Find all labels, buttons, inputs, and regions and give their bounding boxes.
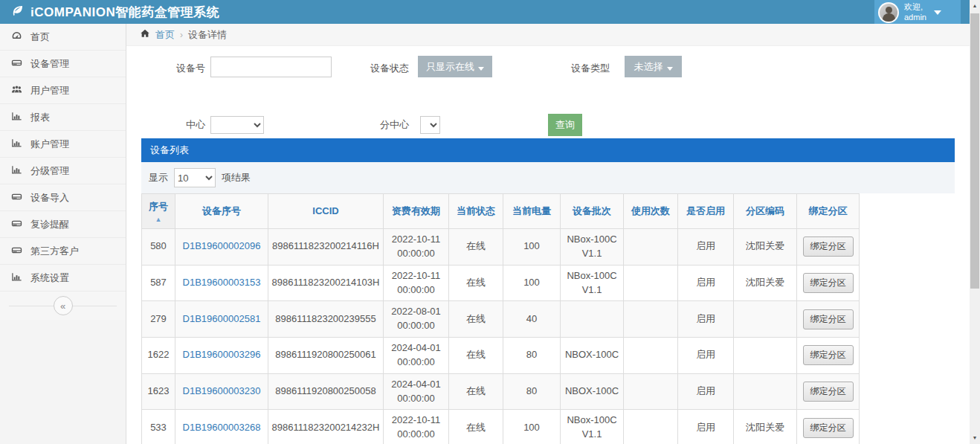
cell-batch: NBox-100C V1.1 xyxy=(561,410,624,444)
scroll-down-arrow-icon[interactable]: ▼ xyxy=(970,432,980,444)
breadcrumb-home-link[interactable]: 首页 xyxy=(155,28,175,42)
cell-enabled: 启用 xyxy=(678,229,734,266)
column-header-8[interactable]: 是否启用 xyxy=(678,194,734,229)
sidebar-item-7[interactable]: 复诊提醒 xyxy=(0,211,126,238)
gauge-icon xyxy=(11,30,22,44)
bind-zone-button[interactable]: 绑定分区 xyxy=(803,273,854,293)
device-no-input[interactable] xyxy=(210,57,332,77)
table-row: 1623D1B196000032308986111920800250058202… xyxy=(142,373,860,410)
bind-zone-button[interactable]: 绑定分区 xyxy=(803,345,854,365)
sidebar-item-9[interactable]: 系统设置 xyxy=(0,265,126,292)
chevron-down-icon xyxy=(934,10,941,15)
device-serial-link[interactable]: D1B19600003268 xyxy=(183,422,261,433)
cell-battery: 40 xyxy=(503,301,561,338)
cell-action: 绑定分区 xyxy=(797,373,860,410)
device-serial-link[interactable]: D1B19600003230 xyxy=(183,385,261,396)
sidebar-item-label: 账户管理 xyxy=(30,138,69,151)
center-select[interactable] xyxy=(210,116,264,134)
sidebar-item-4[interactable]: 账户管理 xyxy=(0,131,126,158)
sidebar-item-6[interactable]: 设备导入 xyxy=(0,184,126,211)
column-header-0[interactable]: 序号▲ xyxy=(142,194,175,229)
panel-title: 设备列表 xyxy=(141,138,955,162)
column-header-7[interactable]: 使用次数 xyxy=(624,194,678,229)
sidebar-collapse-button[interactable]: « xyxy=(54,296,73,315)
app-header: iCOMPANION智能药盒管理系统 欢迎, admin xyxy=(0,0,970,24)
device-list-panel: 设备列表 显示 10 项结果 序号▲设备序号ICCID资费有效期当前状态当前电量… xyxy=(141,138,955,444)
cell-valid-until: 2022-10-11 00:00:00 xyxy=(384,410,449,444)
cell-battery: 100 xyxy=(503,229,561,266)
scrollbar-thumb[interactable] xyxy=(970,13,979,289)
cell-iccid: 8986111823200214232H xyxy=(268,410,384,444)
cell-action: 绑定分区 xyxy=(797,229,860,266)
bind-zone-button[interactable]: 绑定分区 xyxy=(803,382,854,402)
bind-zone-button[interactable]: 绑定分区 xyxy=(803,237,854,257)
filter-form: 设备号 设备状态 只显示在线 设备类型 未选择 中心 分中心 查询 xyxy=(126,46,970,138)
cell-status: 在线 xyxy=(449,338,503,374)
page-size-select[interactable]: 10 xyxy=(174,168,216,187)
hdd-icon xyxy=(11,191,22,205)
app-title: iCOMPANION智能药盒管理系统 xyxy=(30,4,219,21)
hdd-icon xyxy=(11,245,22,258)
cell-zone-code: 沈阳关爱 xyxy=(734,265,797,301)
device-serial-link[interactable]: D1B19600003296 xyxy=(183,349,261,360)
bind-zone-button[interactable]: 绑定分区 xyxy=(803,418,854,438)
cell-enabled: 启用 xyxy=(678,410,734,444)
chevron-down-icon xyxy=(478,67,484,71)
cell-seq: 1623 xyxy=(142,373,175,410)
column-header-2[interactable]: ICCID xyxy=(268,194,384,229)
cell-seq: 1622 xyxy=(142,338,175,374)
cell-status: 在线 xyxy=(449,265,503,301)
sidebar-item-0[interactable]: 首页 xyxy=(0,24,126,51)
cell-battery: 80 xyxy=(503,338,561,374)
cell-seq: 580 xyxy=(142,229,175,266)
sidebar: 首页设备管理用户管理报表账户管理分级管理设备导入复诊提醒第三方客户系统设置 « xyxy=(0,24,126,444)
cell-valid-until: 2022-08-01 00:00:00 xyxy=(384,301,449,338)
cell-use-count xyxy=(624,373,678,410)
show-label: 显示 xyxy=(149,171,168,184)
sidebar-item-label: 首页 xyxy=(30,30,50,44)
home-icon xyxy=(140,28,150,41)
sidebar-item-5[interactable]: 分级管理 xyxy=(0,158,126,184)
bar-chart-icon xyxy=(11,138,22,151)
cell-status: 在线 xyxy=(449,410,503,444)
user-menu[interactable]: 欢迎, admin xyxy=(874,0,961,25)
column-header-1[interactable]: 设备序号 xyxy=(175,194,268,229)
scroll-up-arrow-icon[interactable]: ▲ xyxy=(970,0,980,12)
sidebar-item-2[interactable]: 用户管理 xyxy=(0,77,126,104)
column-header-5[interactable]: 当前电量 xyxy=(503,194,561,229)
column-header-4[interactable]: 当前状态 xyxy=(449,194,503,229)
column-header-6[interactable]: 设备批次 xyxy=(561,194,624,229)
device-serial-link[interactable]: D1B19600002096 xyxy=(183,240,261,251)
cell-battery: 100 xyxy=(503,265,561,301)
sidebar-item-8[interactable]: 第三方客户 xyxy=(0,238,126,265)
sort-asc-icon: ▲ xyxy=(145,216,172,222)
column-header-3[interactable]: 资费有效期 xyxy=(384,194,449,229)
cell-battery: 100 xyxy=(503,410,561,444)
sidebar-item-3[interactable]: 报表 xyxy=(0,104,126,131)
search-button[interactable]: 查询 xyxy=(548,114,582,136)
subcenter-select[interactable] xyxy=(420,116,440,134)
sidebar-item-1[interactable]: 设备管理 xyxy=(0,51,126,77)
column-header-10[interactable]: 绑定分区 xyxy=(797,194,860,229)
cell-zone-code xyxy=(734,338,797,374)
cell-zone-code xyxy=(734,373,797,410)
column-header-9[interactable]: 分区编码 xyxy=(734,194,797,229)
cell-valid-until: 2024-04-01 00:00:00 xyxy=(384,338,449,374)
device-status-dropdown[interactable]: 只显示在线 xyxy=(418,56,492,77)
sidebar-item-label: 用户管理 xyxy=(30,84,69,97)
bar-chart-icon xyxy=(11,271,22,285)
device-serial-link[interactable]: D1B19600002581 xyxy=(183,313,261,324)
cell-serial: D1B19600003230 xyxy=(175,373,268,410)
cell-seq: 587 xyxy=(142,265,175,301)
cell-iccid: 8986111823200239555 xyxy=(268,301,384,338)
cell-iccid: 8986111823200214116H xyxy=(268,229,384,266)
vertical-scrollbar[interactable]: ▲ ▼ xyxy=(970,0,980,444)
sidebar-item-label: 第三方客户 xyxy=(30,245,79,258)
bind-zone-button[interactable]: 绑定分区 xyxy=(803,309,854,329)
cell-serial: D1B19600003153 xyxy=(175,265,268,301)
user-avatar xyxy=(878,2,899,23)
table-row: 1622D1B196000032968986111920800250061202… xyxy=(142,338,860,374)
device-type-dropdown[interactable]: 未选择 xyxy=(625,56,682,77)
hdd-icon xyxy=(11,218,22,231)
device-serial-link[interactable]: D1B19600003153 xyxy=(183,277,261,288)
